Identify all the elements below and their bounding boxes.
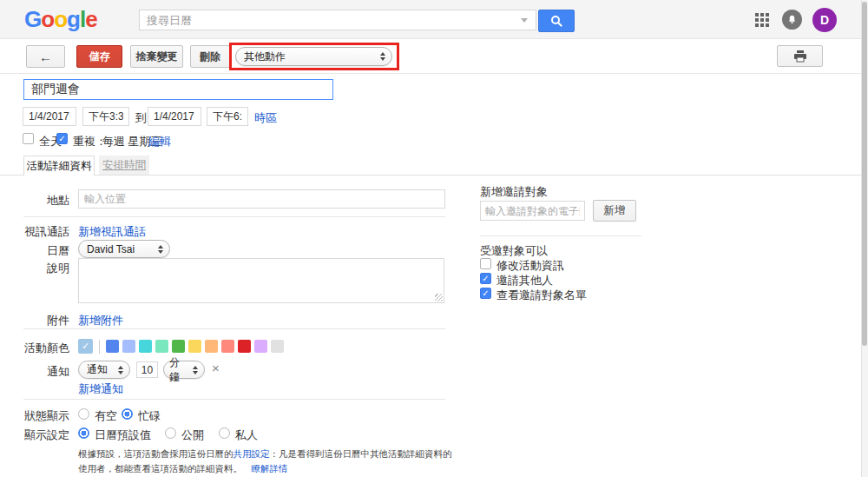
more-actions-select[interactable]: 其他動作 (235, 47, 392, 66)
check-icon: ✓ (82, 341, 89, 351)
selected-color-swatch[interactable]: ✓ (78, 339, 93, 354)
location-input[interactable] (78, 189, 445, 209)
availability-free-radio[interactable] (78, 408, 89, 420)
search-input[interactable] (139, 10, 536, 30)
event-color-palette: ✓ (78, 339, 284, 354)
end-date-input[interactable] (148, 107, 201, 126)
visibility-public-radio[interactable] (165, 427, 176, 439)
availability-label: 狀態顯示 (0, 408, 69, 424)
notification-label: 通知 (0, 364, 69, 380)
header: Google D (0, 0, 868, 39)
invite-divider (480, 235, 641, 236)
guest-permissions-heading: 受邀對象可以 (480, 243, 548, 259)
see-guest-list-label[interactable]: 查看邀請對象名單 (496, 288, 587, 303)
tab-event-details[interactable]: 活動詳細資料 (23, 156, 95, 176)
calendar-label: 日曆 (0, 243, 69, 259)
location-label: 地點 (0, 193, 69, 209)
add-video-call-link[interactable]: 新增視訊通話 (78, 224, 146, 240)
color-swatch[interactable] (254, 340, 267, 353)
visibility-default-label[interactable]: 日曆預設值 (95, 427, 151, 443)
color-swatch[interactable] (271, 340, 284, 353)
section-divider (23, 399, 445, 400)
add-guest-button[interactable]: 新增 (593, 200, 636, 222)
learn-more-link[interactable]: 瞭解詳情 (252, 463, 288, 474)
modify-event-checkbox[interactable] (480, 258, 491, 269)
end-time-input[interactable] (207, 107, 248, 126)
modify-event-label[interactable]: 修改活動資訊 (496, 258, 564, 274)
section-divider (23, 328, 445, 329)
color-swatch[interactable] (238, 340, 251, 353)
availability-busy-radio[interactable] (122, 408, 133, 420)
apps-grid-icon[interactable] (755, 13, 769, 27)
check-icon: ✓ (482, 274, 489, 283)
print-button[interactable] (777, 45, 823, 67)
search-button[interactable] (538, 10, 575, 32)
notification-minutes-input[interactable] (136, 361, 158, 378)
edit-repeat-link[interactable]: 編輯 (148, 134, 171, 149)
notification-type-select[interactable]: 通知 (78, 361, 130, 379)
add-guests-heading: 新增邀請對象 (480, 184, 548, 200)
discard-changes-button[interactable]: 捨棄變更 (130, 45, 183, 68)
see-guest-list-checkbox[interactable]: ✓ (480, 288, 491, 299)
to-label: 到 (135, 110, 147, 126)
notification-unit-select[interactable]: 分鐘 (163, 361, 205, 379)
timezone-link[interactable]: 時區 (254, 110, 277, 126)
visibility-public-label[interactable]: 公開 (181, 427, 204, 443)
color-swatch[interactable] (122, 340, 135, 353)
invite-others-checkbox[interactable]: ✓ (480, 273, 491, 284)
select-arrows-icon (193, 366, 198, 374)
availability-free-label[interactable]: 有空 (95, 408, 117, 424)
availability-busy-label[interactable]: 忙碌 (138, 408, 161, 424)
calendar-event-editor: Google D ← 儲存 捨棄變更 刪除 其他動作 到 時區 (0, 0, 868, 477)
tab-find-time[interactable]: 安排時間 (99, 156, 149, 176)
avatar[interactable]: D (812, 8, 837, 32)
select-arrows-icon (158, 245, 163, 254)
select-arrows-icon (380, 52, 385, 61)
all-day-checkbox[interactable] (23, 133, 34, 144)
video-call-label: 視訊通話 (0, 224, 69, 240)
section-divider (23, 216, 445, 217)
back-button[interactable]: ← (26, 45, 65, 68)
color-swatch[interactable] (139, 340, 152, 353)
invite-others-label[interactable]: 邀請其他人 (496, 273, 553, 288)
color-swatch[interactable] (205, 340, 218, 353)
print-icon (793, 50, 807, 63)
toolbar-divider (0, 73, 868, 74)
color-swatch[interactable] (155, 340, 168, 353)
check-icon: ✓ (58, 134, 65, 143)
description-textarea[interactable] (78, 258, 444, 303)
start-time-input[interactable] (82, 107, 129, 126)
attachment-label: 附件 (0, 313, 69, 328)
color-swatch[interactable] (106, 340, 119, 353)
tabs-divider (0, 175, 868, 176)
back-arrow-icon: ← (39, 50, 52, 64)
visibility-private-radio[interactable] (219, 427, 230, 439)
add-notification-link[interactable]: 新增通知 (78, 381, 123, 397)
visibility-default-radio[interactable] (78, 427, 89, 439)
notifications-bell-icon[interactable] (782, 10, 802, 30)
scrollbar-thumb[interactable] (862, 2, 867, 346)
color-swatch[interactable] (172, 340, 185, 353)
save-button[interactable]: 儲存 (76, 45, 122, 68)
event-title-input[interactable] (23, 79, 333, 100)
guest-email-input[interactable] (480, 201, 585, 221)
remove-notification-icon[interactable]: × (212, 362, 220, 374)
select-arrows-icon (118, 366, 123, 374)
visibility-private-label[interactable]: 私人 (235, 427, 258, 443)
add-attachment-link[interactable]: 新增附件 (78, 313, 123, 328)
search-icon (550, 15, 563, 28)
palette-separator (99, 340, 100, 354)
event-color-label: 活動顏色 (0, 341, 69, 356)
color-swatch[interactable] (188, 340, 201, 353)
google-logo: Google (24, 6, 97, 33)
repeat-checkbox[interactable]: ✓ (56, 133, 68, 144)
start-date-input[interactable] (23, 107, 76, 126)
color-swatch[interactable] (221, 340, 234, 353)
search-dropdown-caret-icon[interactable] (521, 18, 528, 23)
delete-button[interactable]: 刪除 (190, 45, 230, 68)
check-icon: ✓ (482, 288, 489, 298)
description-label: 說明 (0, 261, 69, 276)
visibility-label: 顯示設定 (0, 427, 69, 443)
calendar-select[interactable]: David Tsai (78, 240, 170, 258)
sharing-settings-link[interactable]: 共用設定 (233, 448, 270, 459)
